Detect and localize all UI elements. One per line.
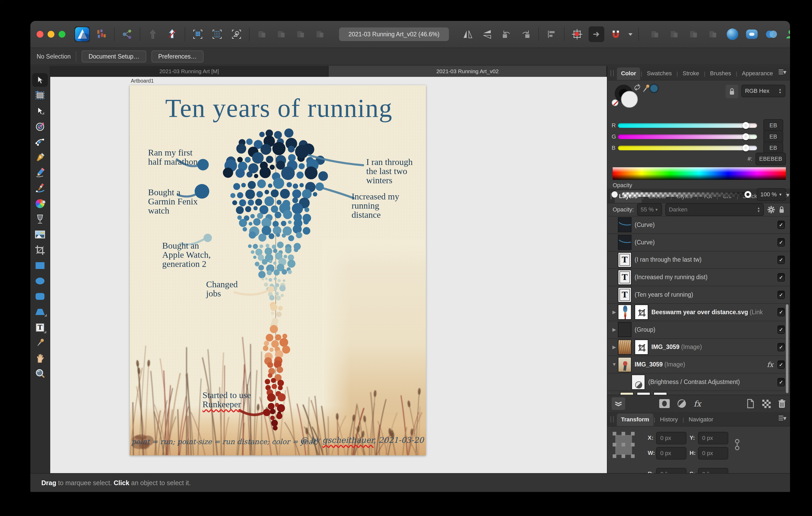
transform-field-w[interactable]: 0 px (656, 447, 687, 459)
tab-navigator[interactable]: Navigator (684, 414, 717, 426)
layer-row[interactable]: (Curve)✓ (607, 234, 790, 251)
hex-field[interactable]: EBEBEB (755, 153, 786, 165)
transform-field-x[interactable]: 0 px (656, 432, 687, 444)
slider-thumb[interactable] (743, 133, 749, 140)
artboard-tool[interactable] (30, 88, 50, 103)
layer-row[interactable] (607, 391, 790, 395)
g-value-field[interactable]: EB (763, 130, 783, 143)
layer-row[interactable]: ▶IMG_3059 (Image)✓ (607, 339, 790, 356)
layer-visibility-checkbox[interactable]: ✓ (778, 256, 785, 264)
disclosure-right-icon[interactable]: ▶ (611, 327, 618, 333)
layer-fx-badge[interactable]: fx (767, 361, 773, 369)
recent-color-swatch[interactable] (649, 84, 659, 93)
close-button[interactable] (37, 31, 44, 38)
order-1-icon[interactable] (254, 26, 270, 42)
assets-icon[interactable] (725, 26, 740, 42)
layer-visibility-checkbox[interactable]: ✓ (778, 273, 785, 281)
pixel-grid-icon[interactable] (569, 26, 585, 42)
fill-stroke-swatches[interactable] (615, 85, 640, 110)
r-value-field[interactable]: EB (763, 119, 783, 132)
gear-icon[interactable] (767, 206, 775, 214)
insert-2-icon[interactable] (667, 26, 682, 42)
tab-stroke[interactable]: Stroke (678, 67, 703, 80)
account-icon[interactable] (783, 26, 790, 42)
layer-thumbnail[interactable] (632, 374, 645, 390)
minimize-button[interactable] (48, 31, 54, 38)
move-duplicate-icon[interactable] (588, 26, 604, 42)
tab-transform[interactable]: Transform (617, 414, 654, 426)
b-value-field[interactable]: EB (763, 142, 783, 154)
spectrum-picker[interactable] (613, 167, 786, 180)
zoom-tool[interactable] (30, 366, 50, 382)
place-image-tool[interactable] (30, 227, 50, 242)
transform-field-h[interactable]: 0 px (698, 447, 728, 459)
artboard-poster[interactable]: Ten years of running point = run; point-… (130, 85, 426, 455)
document-setup-button[interactable]: Document Setup… (82, 51, 146, 62)
pen-tool[interactable] (30, 150, 50, 165)
layer-row[interactable]: (Curve)✓ (607, 216, 790, 234)
layer-visibility-checkbox[interactable]: ✓ (778, 361, 785, 369)
r-slider[interactable] (618, 123, 757, 128)
adjustment-icon[interactable] (677, 399, 687, 408)
insert-1-icon[interactable] (647, 26, 663, 42)
convert-ghost-icon[interactable] (145, 26, 161, 42)
panel-menu-icon[interactable]: ☰▾ (778, 68, 786, 76)
color-picker-tool[interactable] (30, 335, 50, 351)
opacity-value-select[interactable]: 100 %▼ (757, 188, 786, 201)
canvas[interactable]: Artboard1 (50, 77, 607, 473)
delete-layer-icon[interactable] (778, 399, 786, 408)
color-mode-select[interactable]: RGB Hex▲▼ (742, 85, 785, 97)
layer-thumbnail[interactable] (618, 357, 632, 372)
layer-thumbnail[interactable] (618, 217, 632, 232)
document-tab[interactable]: 2021-03 Running Art_v02 (328, 66, 607, 77)
layer-thumbnail[interactable] (618, 322, 632, 337)
snapping-dropdown-icon[interactable] (627, 26, 634, 42)
new-layer-icon[interactable] (747, 399, 754, 408)
layer-visibility-checkbox[interactable]: ✓ (778, 221, 785, 229)
artboard-grid-1-icon[interactable] (190, 26, 206, 42)
alignment-icon[interactable] (544, 26, 559, 42)
disclosure-down-icon[interactable]: ▼ (611, 362, 618, 367)
share-nodes-icon[interactable] (119, 26, 135, 42)
mask-layer-icon[interactable] (659, 399, 670, 408)
pencil-tool[interactable] (30, 165, 50, 180)
layer-opacity-select[interactable]: 55 %▼ (637, 203, 662, 216)
tab-appearance[interactable]: Appearance (738, 67, 777, 80)
slider-thumb[interactable] (743, 122, 749, 129)
layer-thumbnail[interactable] (618, 305, 632, 320)
corner-tool[interactable] (30, 134, 50, 150)
rectangle-tool[interactable] (30, 258, 50, 273)
preferences-button[interactable]: Preferences… (151, 51, 204, 62)
color-lock[interactable] (726, 85, 738, 98)
layer-visibility-checkbox[interactable]: ✓ (778, 308, 785, 316)
order-2-icon[interactable] (273, 26, 289, 42)
convert-off-icon[interactable] (164, 26, 180, 42)
blend-mode-select[interactable]: Darken▲▼ (665, 203, 764, 216)
layer-row[interactable]: ▶Beeswarm year over distance.svg (Link✓ (607, 304, 790, 321)
layer-row[interactable]: ▼IMG_3059 (Image)fx✓ (607, 356, 790, 373)
panel-grip[interactable] (611, 416, 614, 422)
g-slider[interactable] (618, 134, 757, 139)
layer-row[interactable]: T(Ten years of running)✓ (607, 286, 790, 304)
layer-thumbnail[interactable] (618, 235, 632, 250)
insert-3-icon[interactable] (686, 26, 702, 42)
layer-thumbnail[interactable]: T (618, 270, 632, 285)
crop-tool[interactable] (30, 242, 50, 258)
layer-row[interactable]: T(Increased my running dist)✓ (607, 269, 790, 286)
opacity-thumb[interactable] (745, 191, 751, 198)
vector-brush-tool[interactable] (30, 180, 50, 196)
layer-row[interactable]: (Brightness / Contrast Adjustment)✓ (607, 373, 790, 391)
tab-brushes[interactable]: Brushes (706, 67, 735, 80)
no-color-swatch[interactable] (612, 99, 618, 106)
transform-field-y[interactable]: 0 px (698, 432, 728, 444)
rotate-cw-icon[interactable] (518, 26, 534, 42)
fill-tool[interactable] (30, 196, 50, 211)
view-pan-tool[interactable] (30, 351, 50, 366)
snapping-magnet-icon[interactable] (608, 26, 624, 42)
rounded-rectangle-tool[interactable] (30, 289, 50, 304)
order-4-icon[interactable] (312, 26, 328, 42)
slider-thumb[interactable] (743, 145, 749, 151)
color-sampler-icon[interactable] (94, 26, 109, 42)
layer-row[interactable]: ▶(Group)✓ (607, 321, 790, 339)
transform-anchor-selector[interactable] (613, 432, 635, 458)
